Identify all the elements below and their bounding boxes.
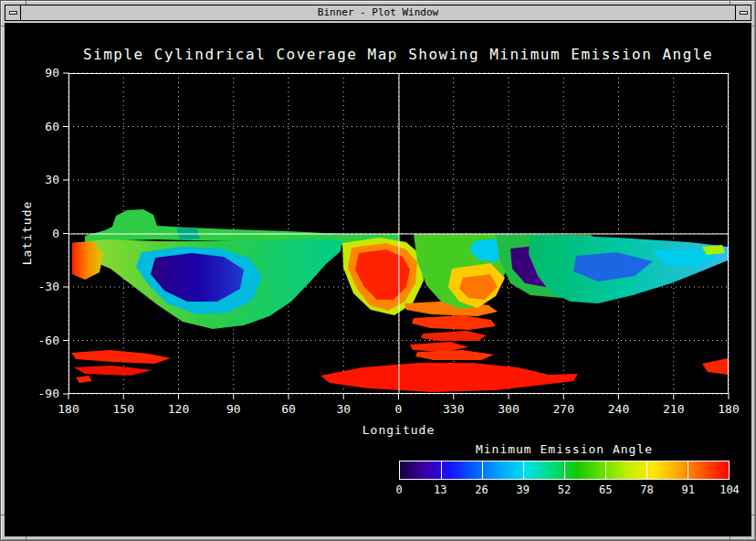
colorbar-tick-label: 26 [475, 483, 488, 496]
x-tick-label: 120 [168, 402, 189, 416]
colorbar-tick-labels: 013263952657891104 [399, 483, 730, 496]
colorbar-tick-label: 13 [434, 483, 446, 496]
y-tick-label: 30 [45, 173, 59, 186]
colorbar-tick-label: 65 [599, 483, 612, 496]
map-region-southpole-west-dot [76, 376, 92, 383]
resize-notch [1, 514, 5, 515]
window-menu-button[interactable] [5, 5, 21, 20]
map-region-southpole-mid-upper-red [415, 350, 494, 360]
map-region-southpole-main-red [320, 363, 578, 392]
colorbar-divider [646, 461, 647, 479]
resize-notch [730, 536, 730, 540]
resize-notch [730, 1, 730, 5]
resize-notch [751, 514, 755, 515]
colorbar-divider [523, 461, 524, 479]
x-tick-label: 270 [553, 402, 574, 416]
map-region-southpole-west-red-2 [74, 366, 152, 376]
colorbar-tick-label: 0 [395, 483, 402, 496]
colorbar-divider [482, 461, 483, 479]
window-maximize-button[interactable] [735, 5, 751, 20]
colorbar-tick-label: 39 [517, 483, 530, 496]
window-maximize-icon [740, 11, 748, 15]
x-tick-label: 240 [608, 402, 629, 416]
x-axis-label: Longitude [68, 423, 729, 437]
y-tick-label: -60 [38, 334, 59, 347]
colorbar-tick-label: 52 [558, 483, 571, 496]
colorbar-divider [441, 461, 442, 479]
colorbar-divider [564, 461, 565, 479]
coverage-map-svg: 1801501209060300330300270240210180906030… [68, 73, 729, 394]
window-menu-icon [9, 11, 17, 15]
y-axis-label: Latitude [20, 201, 34, 266]
window-titlebar[interactable]: Binner - Plot Window [5, 5, 751, 21]
plot-area: 1801501209060300330300270240210180906030… [68, 73, 729, 394]
x-tick-label: 0 [395, 402, 403, 416]
x-tick-label: 60 [281, 402, 296, 416]
y-tick-label: -30 [38, 280, 59, 293]
map-region-southpole-east-red [702, 358, 728, 375]
x-tick-label: 330 [443, 402, 464, 416]
colorbar: Minimum Emission Angle 01326395265789110… [399, 442, 730, 496]
x-tick-label: 180 [718, 402, 739, 416]
colorbar-divider [688, 461, 688, 479]
resize-notch [26, 1, 26, 5]
resize-notch [751, 26, 755, 27]
colorbar-tick-label: 78 [640, 483, 653, 496]
x-tick-label: 90 [226, 402, 241, 416]
plot-client-area: Simple Cylindrical Coverage Map Showing … [5, 23, 751, 536]
x-tick-label: 30 [336, 402, 351, 416]
x-tick-label: 150 [113, 402, 134, 416]
y-tick-label: 60 [45, 120, 59, 133]
colorbar-gradient [399, 461, 730, 480]
resize-notch [26, 536, 26, 540]
x-tick-label: 180 [58, 402, 79, 416]
colorbar-tick-label: 104 [719, 483, 740, 496]
y-tick-label: 90 [45, 66, 59, 80]
colorbar-title: Minimum Emission Angle [399, 442, 730, 456]
colorbar-tick-label: 91 [682, 483, 695, 496]
map-region-south-streak-red-2 [421, 331, 487, 341]
x-tick-label: 210 [663, 402, 684, 416]
y-tick-label: -90 [38, 387, 59, 400]
plot-title: Simple Cylindrical Coverage Map Showing … [66, 46, 730, 63]
map-region-southpole-west-red-1 [71, 350, 171, 364]
colorbar-divider [605, 461, 606, 479]
y-tick-label: 0 [52, 227, 59, 240]
window-title: Binner - Plot Window [24, 5, 732, 20]
resize-notch [1, 26, 5, 27]
x-tick-label: 300 [498, 402, 519, 416]
map-region-south-streak-red-1 [412, 315, 496, 330]
binner-plot-window: Binner - Plot Window Simple Cylindrical … [0, 0, 756, 541]
